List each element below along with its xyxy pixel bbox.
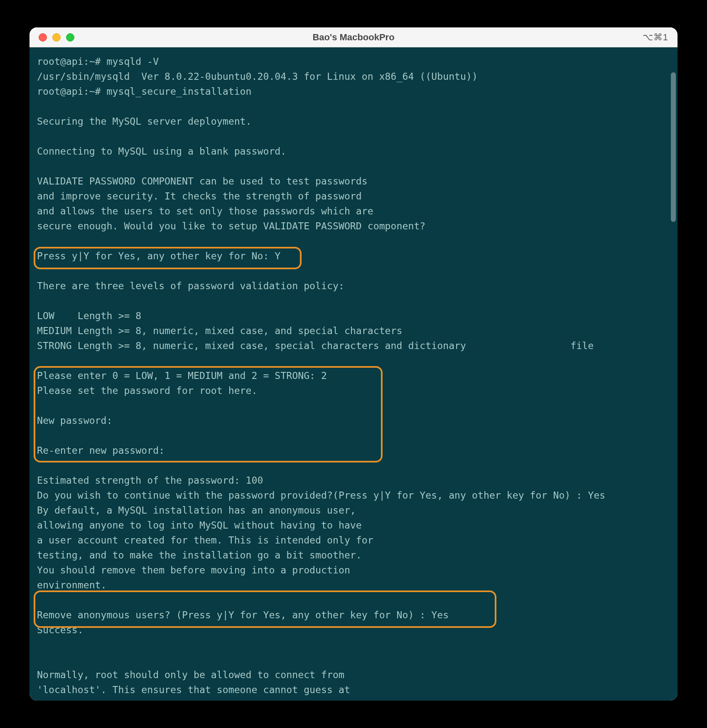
scrollbar-thumb[interactable] (671, 72, 676, 222)
minimize-button[interactable] (52, 33, 61, 42)
terminal-content[interactable]: root@api:~# mysqld -V /usr/sbin/mysqld V… (29, 47, 678, 701)
titlebar: Bao's MacbookPro ⌥⌘1 (29, 27, 678, 47)
window-title: Bao's MacbookPro (29, 32, 678, 43)
terminal-window: Bao's MacbookPro ⌥⌘1 root@api:~# mysqld … (29, 27, 678, 701)
close-button[interactable] (39, 33, 47, 42)
shortcut-hint: ⌥⌘1 (643, 32, 678, 43)
traffic-lights (29, 33, 74, 42)
terminal-text: root@api:~# mysqld -V /usr/sbin/mysqld V… (37, 56, 605, 695)
maximize-button[interactable] (66, 33, 74, 42)
